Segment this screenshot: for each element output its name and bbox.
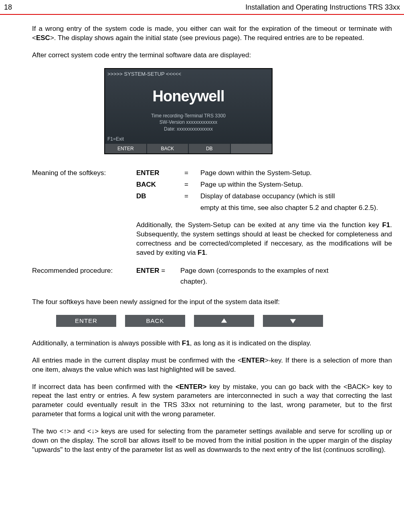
terminal-sk-back: BACK bbox=[147, 144, 189, 153]
text: All entries made in the current display … bbox=[32, 357, 242, 364]
key-esc: ESC bbox=[36, 34, 50, 42]
recommended-key: ENTER = bbox=[136, 266, 180, 276]
text: Additionally, the System-Setup can be ex… bbox=[136, 221, 382, 229]
key-enter: ENTER bbox=[136, 267, 160, 274]
softkey-meaning-row-enter: Meaning of the softkeys: ENTER = Page do… bbox=[32, 169, 392, 178]
softkey-desc-db-cont: empty at this time, see also chapter 5.2… bbox=[200, 204, 392, 213]
terminal-screenshot: >>>>> SYSTEM-SETUP <<<<< Honeywell Time … bbox=[104, 68, 392, 155]
softkey-desc-db: Display of database occupancy (which is … bbox=[200, 192, 392, 201]
paragraph-wrong-entry: If a wrong entry of the system code is m… bbox=[32, 24, 392, 43]
recommended-label: Recommended procedure: bbox=[32, 266, 136, 276]
softkey-desc-enter: Page down within the System-Setup. bbox=[200, 169, 392, 178]
softkey-back-button: BACK bbox=[125, 315, 185, 327]
softkey-down-button bbox=[263, 315, 323, 327]
recommended-procedure-row: Recommended procedure: ENTER = Page down… bbox=[32, 266, 392, 276]
softkey-enter-label: ENTER bbox=[75, 317, 97, 325]
softkey-back-label: BACK bbox=[146, 317, 164, 325]
arrow-down-icon bbox=[289, 317, 297, 324]
equals: = bbox=[184, 192, 200, 201]
terminal-title: >>>>> SYSTEM-SETUP <<<<< bbox=[105, 69, 272, 79]
terminal-line1: Time recording-Terminal TRS 3300 bbox=[105, 113, 272, 119]
key-f1: F1 bbox=[198, 249, 206, 256]
arrow-up-icon bbox=[220, 317, 228, 324]
equals: = bbox=[184, 180, 200, 189]
text: , as long as it is indicated on the disp… bbox=[190, 339, 311, 347]
paragraph-after-correct: After correct system code entry the term… bbox=[32, 51, 392, 60]
text: If incorrect data has been confirmed wit… bbox=[32, 383, 176, 391]
key-f1: F1 bbox=[382, 221, 390, 229]
key-enter-wrapped: <ENTER> bbox=[176, 383, 206, 391]
svg-marker-1 bbox=[290, 319, 296, 323]
terminal-f1-hint: F1=Exit bbox=[105, 136, 272, 144]
softkey-meaning-label: Meaning of the softkeys: bbox=[32, 169, 136, 178]
softkey-desc-back: Page up within the System-Setup. bbox=[200, 180, 392, 189]
paragraph-termination-f1: Additionally, a termination is always po… bbox=[32, 339, 392, 348]
softkey-enter-button: ENTER bbox=[56, 315, 116, 327]
recommended-desc: Page down (corresponds to the examples o… bbox=[180, 266, 392, 276]
paragraph-four-softkeys: The four softkeys have been newly assign… bbox=[32, 298, 392, 307]
text: Additionally, a termination is always po… bbox=[32, 339, 182, 347]
softkey-name-db: DB bbox=[136, 192, 184, 201]
key-enter: ENTER bbox=[242, 357, 265, 364]
paragraph-additionally-exit: Additionally, the System-Setup can be ex… bbox=[136, 221, 392, 258]
svg-marker-0 bbox=[221, 318, 227, 322]
text: . bbox=[206, 249, 208, 256]
body-content: If a wrong entry of the system code is m… bbox=[0, 24, 404, 455]
terminal-softkey-bar: ENTER BACK DB bbox=[105, 144, 272, 153]
paragraph-confirm-enter: All entries made in the current display … bbox=[32, 356, 392, 375]
softkey-meaning-row-back: BACK = Page up within the System-Setup. bbox=[32, 180, 392, 189]
recommended-desc-cont: chapter). bbox=[180, 277, 392, 286]
page-number: 18 bbox=[4, 3, 12, 12]
text: >. The display shows again the initial s… bbox=[50, 34, 364, 42]
terminal-line2: SW-Version xxxxxxxxxxxxx bbox=[105, 119, 272, 126]
softkey-meaning-row-db: DB = Display of database occupancy (whic… bbox=[32, 192, 392, 201]
terminal-display: >>>>> SYSTEM-SETUP <<<<< Honeywell Time … bbox=[104, 68, 273, 155]
terminal-sk-db: DB bbox=[189, 144, 231, 153]
paragraph-arrow-keys: The two <↑> and <↓> keys are used for se… bbox=[32, 427, 392, 455]
terminal-line3: Date: xxxxxxxxxxxxxxx bbox=[105, 126, 272, 133]
softkey-name-enter: ENTER bbox=[136, 169, 184, 178]
terminal-info: Time recording-Terminal TRS 3300 SW-Vers… bbox=[105, 109, 272, 136]
honeywell-logo: Honeywell bbox=[105, 79, 272, 108]
key-f1: F1 bbox=[182, 339, 190, 347]
softkey-up-button bbox=[194, 315, 254, 327]
page-header: 18 Installation and Operating Instructio… bbox=[0, 0, 404, 13]
softkey-button-row: ENTER BACK bbox=[56, 315, 392, 327]
equals: = bbox=[184, 169, 200, 178]
softkey-name-back: BACK bbox=[136, 180, 184, 189]
terminal-sk-blank bbox=[231, 144, 272, 153]
equals: = bbox=[160, 267, 166, 274]
doc-title: Installation and Operating Instructions … bbox=[245, 3, 400, 12]
terminal-sk-enter: ENTER bbox=[105, 144, 147, 153]
header-divider bbox=[0, 14, 404, 15]
paragraph-incorrect-data: If incorrect data has been confirmed wit… bbox=[32, 383, 392, 419]
